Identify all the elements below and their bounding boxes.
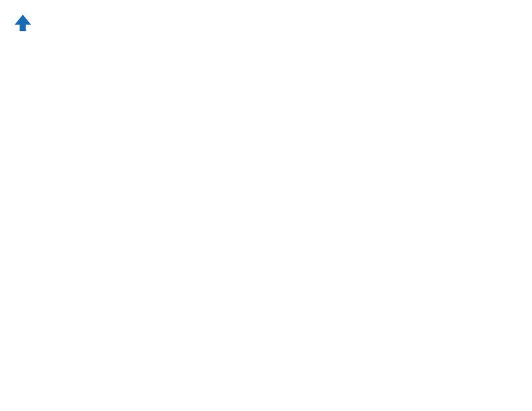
svg-marker-0 (15, 15, 31, 31)
logo-icon (13, 13, 32, 32)
page-header (13, 13, 519, 32)
logo (13, 13, 36, 32)
